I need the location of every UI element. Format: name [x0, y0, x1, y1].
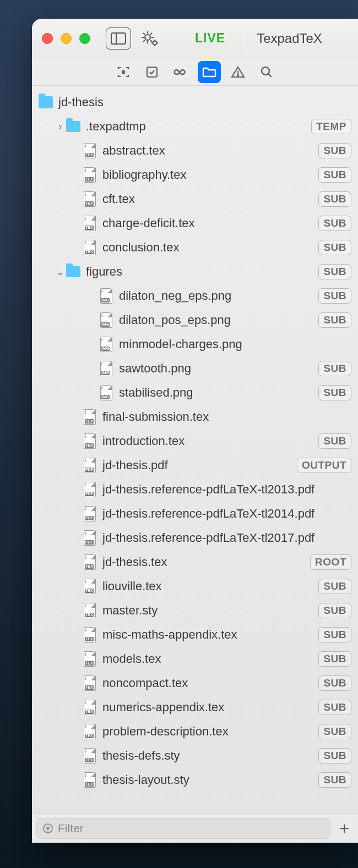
filter-input[interactable]: Filter [36, 818, 330, 839]
app-window: LIVE TexpadTeX jd-thesis ›.texpadtmpTEMP… [32, 19, 358, 843]
file-label: liouville.tex [102, 579, 318, 594]
file-label: bibliography.tex [102, 168, 318, 182]
svg-point-2 [145, 35, 150, 40]
file-row[interactable]: tTEXjd-thesis.texROOT [34, 550, 356, 574]
file-row[interactable]: tTEXcharge-deficit.texSUB [34, 211, 356, 235]
add-button[interactable]: ＋ [336, 817, 352, 839]
file-row[interactable]: tTEXproblem-description.texSUB [34, 719, 356, 744]
file-label: thesis-defs.sty [102, 749, 318, 763]
file-label: .texpadtmp [86, 119, 311, 134]
file-label: abstract.tex [102, 144, 318, 158]
file-label: misc-maths-appendix.tex [102, 628, 318, 642]
file-row[interactable]: tTEXnumerics-appendix.texSUB [34, 695, 356, 719]
file-row[interactable]: tTEXintroduction.texSUB [34, 429, 356, 453]
close-window-button[interactable] [42, 33, 53, 44]
file-row[interactable]: tTEXliouville.texSUB [34, 574, 356, 598]
svg-line-8 [150, 40, 152, 42]
svg-point-19 [237, 75, 238, 76]
file-label: problem-description.tex [102, 724, 318, 739]
file-row[interactable]: tTEXfinal-submission.tex [34, 405, 356, 429]
svg-point-20 [262, 67, 269, 75]
sidebar-footer: Filter ＋ [32, 813, 358, 843]
pdf-file-icon: tPDF [83, 481, 97, 498]
file-row[interactable]: tTEXmodels.texSUB [34, 647, 356, 671]
file-row[interactable]: tTEXthesis-defs.stySUB [34, 744, 356, 768]
tex-file-icon: tTEX [83, 699, 97, 716]
img-file-icon: tIMG [99, 288, 113, 304]
toggle-sidebar-button[interactable] [106, 28, 131, 50]
svg-rect-16 [122, 70, 125, 74]
file-row[interactable]: tIMGdilaton_neg_eps.pngSUB [34, 284, 356, 308]
file-row[interactable]: tTEXbibliography.texSUB [34, 163, 356, 187]
symbols-mode-button[interactable] [169, 61, 192, 83]
checkbox-icon [145, 65, 159, 79]
file-row[interactable]: tPDFjd-thesis.reference-pdfLaTeX-tl2013.… [34, 477, 356, 502]
file-badge: SUB [318, 361, 351, 376]
folder-icon [66, 263, 80, 280]
files-mode-button[interactable] [198, 61, 221, 83]
chevron-right-icon[interactable]: › [54, 121, 66, 133]
file-label: master.sty [102, 603, 318, 618]
project-root[interactable]: jd-thesis [34, 90, 356, 114]
file-row[interactable]: tTEXnoncompact.texSUB [34, 671, 356, 695]
img-file-icon: tIMG [99, 384, 113, 401]
file-label: sawtooth.png [119, 361, 318, 376]
tex-file-icon: tTEX [83, 748, 97, 764]
scan-icon [117, 65, 130, 79]
tex-file-icon: tTEX [83, 554, 97, 570]
file-row[interactable]: tPDFjd-thesis.pdfOUTPUT [34, 453, 356, 477]
search-mode-button[interactable] [255, 61, 278, 83]
file-label: conclusion.tex [102, 240, 318, 255]
folder-row[interactable]: ›.texpadtmpTEMP [34, 114, 356, 139]
file-row[interactable]: tTEXmaster.stySUB [34, 598, 356, 623]
file-label: models.tex [102, 652, 318, 666]
chevron-down-icon[interactable]: ⌄ [54, 266, 66, 278]
file-row[interactable]: tPDFjd-thesis.reference-pdfLaTeX-tl2014.… [34, 502, 356, 526]
minimize-window-button[interactable] [61, 33, 72, 44]
outline-mode-button[interactable] [112, 61, 135, 83]
warning-icon [231, 65, 245, 79]
typesetter-tab[interactable]: TexpadTeX [257, 31, 322, 46]
tex-file-icon: tTEX [83, 239, 97, 256]
file-row[interactable]: tTEXcft.texSUB [34, 187, 356, 211]
file-label: figures [86, 265, 318, 279]
file-row[interactable]: tIMGminmodel-charges.png [34, 332, 356, 356]
file-label: jd-thesis.reference-pdfLaTeX-tl2017.pdf [102, 531, 351, 545]
file-row[interactable]: tPDFjd-thesis.reference-pdfLaTeX-tl2017.… [34, 526, 356, 550]
tex-file-icon: tTEX [83, 723, 97, 740]
img-file-icon: tIMG [99, 312, 113, 328]
settings-button[interactable] [137, 28, 162, 50]
warnings-mode-button[interactable] [226, 61, 249, 83]
todo-mode-button[interactable] [140, 61, 164, 83]
file-row[interactable]: tTEXconclusion.texSUB [34, 235, 356, 260]
pdf-file-icon: tPDF [83, 506, 97, 522]
file-row[interactable]: tIMGdilaton_pos_eps.pngSUB [34, 308, 356, 332]
tex-file-icon: tTEX [83, 627, 97, 643]
svg-line-21 [268, 74, 272, 77]
tex-file-icon: tTEX [83, 167, 97, 183]
file-row[interactable]: tIMGsawtooth.pngSUB [34, 356, 356, 381]
file-badge: SUB [318, 191, 351, 207]
file-label: noncompact.tex [102, 676, 318, 690]
file-badge: SUB [318, 579, 351, 594]
svg-rect-0 [111, 33, 126, 44]
svg-line-7 [143, 33, 145, 35]
tex-file-icon: tTEX [83, 602, 97, 619]
file-badge: SUB [318, 603, 351, 618]
file-label: jd-thesis.reference-pdfLaTeX-tl2013.pdf [102, 482, 351, 497]
zoom-window-button[interactable] [79, 33, 90, 44]
file-label: charge-deficit.tex [102, 216, 318, 230]
file-badge: SUB [318, 700, 351, 715]
tex-file-icon: tTEX [83, 191, 97, 207]
file-tree[interactable]: jd-thesis ›.texpadtmpTEMPtTEXabstract.te… [32, 86, 358, 813]
svg-line-10 [143, 40, 145, 42]
file-row[interactable]: tIMGstabilised.pngSUB [34, 381, 356, 405]
tex-file-icon: tTEX [83, 433, 97, 449]
infinity-icon [173, 67, 188, 78]
file-row[interactable]: tTEXabstract.texSUB [34, 139, 356, 163]
folder-row[interactable]: ⌄figuresSUB [34, 260, 356, 284]
file-row[interactable]: tTEXmisc-maths-appendix.texSUB [34, 623, 356, 647]
file-row[interactable]: tTEXthesis-layout.stySUB [34, 768, 356, 792]
file-label: jd-thesis.pdf [102, 458, 297, 473]
tex-file-icon: tTEX [83, 651, 97, 667]
